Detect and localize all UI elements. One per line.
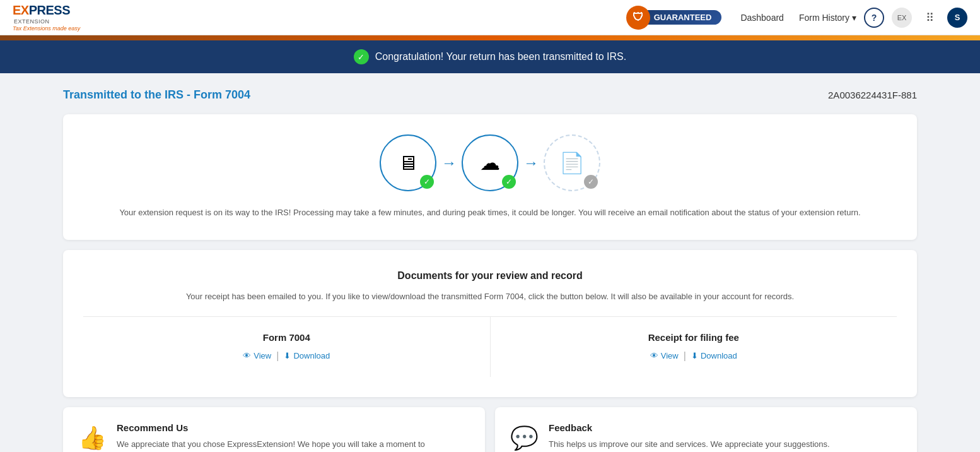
receipt-name: Receipt for filing fee xyxy=(506,332,882,343)
transmission-card: 🖥 ✓ → ☁ ✓ → 📄 ✓ Your extension request i… xyxy=(63,114,917,240)
reference-id: 2A0036224431F-881 xyxy=(828,90,917,100)
submitted-check: ✓ xyxy=(420,175,434,189)
form7004-view-label: View xyxy=(254,351,271,360)
user-toggle-icon[interactable]: EX xyxy=(892,8,912,28)
form7004-download-link[interactable]: ⬇ Download xyxy=(284,351,330,360)
recommend-card: 👍 Recommend Us We appreciate that you ch… xyxy=(63,407,485,452)
recommend-text: We appreciate that you chose ExpressExte… xyxy=(117,438,470,452)
receipt-download-link[interactable]: ⬇ Download xyxy=(691,351,737,360)
form7004-view-link[interactable]: 👁 View xyxy=(243,351,271,360)
receipt-view-link[interactable]: 👁 View xyxy=(650,351,679,360)
feedback-card: 💬 Feedback This helps us improve our sit… xyxy=(495,407,917,452)
avatar-icon[interactable]: S xyxy=(947,8,967,28)
documents-description: Your receipt has been emailed to you. If… xyxy=(83,292,897,301)
form7004-actions: 👁 View | ⬇ Download xyxy=(98,350,475,362)
recommend-content: Recommend Us We appreciate that you chos… xyxy=(117,422,470,452)
step-irs: 📄 ✓ xyxy=(544,134,600,191)
receipt-view-label: View xyxy=(661,351,679,360)
transmission-description: Your extension request is on its way to … xyxy=(83,206,897,220)
page-title: Transmitted to the IRS - Form 7004 xyxy=(63,88,250,102)
documents-card: Documents for your review and record You… xyxy=(63,250,917,397)
eye-icon-2: 👁 xyxy=(650,351,658,360)
separator-2: | xyxy=(684,350,686,362)
step-submitted: 🖥 ✓ xyxy=(380,134,436,191)
receipt-download-label: Download xyxy=(701,351,737,360)
eye-icon: 👁 xyxy=(243,351,251,360)
feedback-content: Feedback This helps us improve our site … xyxy=(549,422,830,452)
feedback-icon: 💬 xyxy=(510,425,539,452)
receipt-col: Receipt for filing fee 👁 View | ⬇ Downlo… xyxy=(491,317,897,377)
main-content: Transmitted to the IRS - Form 7004 2A003… xyxy=(0,73,980,452)
guaranteed-badge-area: 🛡 GUARANTEED xyxy=(629,10,722,25)
download-icon-2: ⬇ xyxy=(691,351,698,360)
form7004-name: Form 7004 xyxy=(98,332,475,343)
nav-form-history[interactable]: Form History ▾ xyxy=(799,13,856,23)
arrow-1: → xyxy=(441,154,457,172)
app-header: EXPRESS EXTENSION Tax Extensions made ea… xyxy=(0,0,980,35)
nav-links: Dashboard Form History ▾ xyxy=(740,13,856,23)
form-history-label: Form History xyxy=(799,13,849,23)
grid-icon[interactable]: ⠿ xyxy=(919,8,940,28)
logo-press: PRESS xyxy=(29,3,70,17)
guaranteed-badge: 🛡 GUARANTEED xyxy=(629,10,722,25)
badge-shield-icon: 🛡 xyxy=(626,6,650,30)
success-banner: ✓ Congratulation! Your return has been t… xyxy=(0,40,980,73)
nav-icons: ? EX ⠿ S xyxy=(864,8,967,28)
irs-check: ✓ xyxy=(584,175,598,189)
success-check-icon: ✓ xyxy=(354,49,369,64)
logo-text: EXPRESS xyxy=(13,3,70,18)
feedback-text: This helps us improve our site and servi… xyxy=(549,438,830,451)
step-transmitted: ☁ ✓ xyxy=(462,134,518,191)
success-banner-text: Congratulation! Your return has been tra… xyxy=(375,51,626,62)
steps-row: 🖥 ✓ → ☁ ✓ → 📄 ✓ xyxy=(83,134,897,191)
chevron-down-icon: ▾ xyxy=(852,13,856,23)
badge-label: GUARANTEED xyxy=(654,13,712,22)
bottom-grid: 👍 Recommend Us We appreciate that you ch… xyxy=(63,407,917,452)
documents-title: Documents for your review and record xyxy=(83,270,897,282)
logo-top: EXPRESS xyxy=(13,3,80,18)
transmitted-check: ✓ xyxy=(502,175,516,189)
logo-tagline: Tax Extensions made easy xyxy=(13,25,80,32)
page-header: Transmitted to the IRS - Form 7004 2A003… xyxy=(63,88,917,102)
logo-ex: EX xyxy=(13,3,29,17)
logo-area: EXPRESS EXTENSION Tax Extensions made ea… xyxy=(13,3,80,32)
arrow-2: → xyxy=(523,154,539,172)
receipt-actions: 👁 View | ⬇ Download xyxy=(506,350,882,362)
logo-extension-text: EXTENSION xyxy=(14,18,80,25)
irs-icon: 📄 xyxy=(559,151,585,175)
nav-dashboard[interactable]: Dashboard xyxy=(740,13,784,23)
documents-grid: Form 7004 👁 View | ⬇ Download Receipt fo… xyxy=(83,316,897,377)
transmitted-icon: ☁ xyxy=(480,151,500,175)
gradient-bar xyxy=(0,35,980,40)
separator-1: | xyxy=(276,350,279,362)
feedback-title: Feedback xyxy=(549,422,830,433)
help-icon[interactable]: ? xyxy=(864,8,884,28)
submitted-icon: 🖥 xyxy=(398,152,418,175)
form7004-download-label: Download xyxy=(293,351,330,360)
form7004-col: Form 7004 👁 View | ⬇ Download xyxy=(83,317,491,377)
thumbs-up-icon: 👍 xyxy=(78,425,107,452)
download-icon-1: ⬇ xyxy=(284,351,291,360)
recommend-title: Recommend Us xyxy=(117,422,470,433)
